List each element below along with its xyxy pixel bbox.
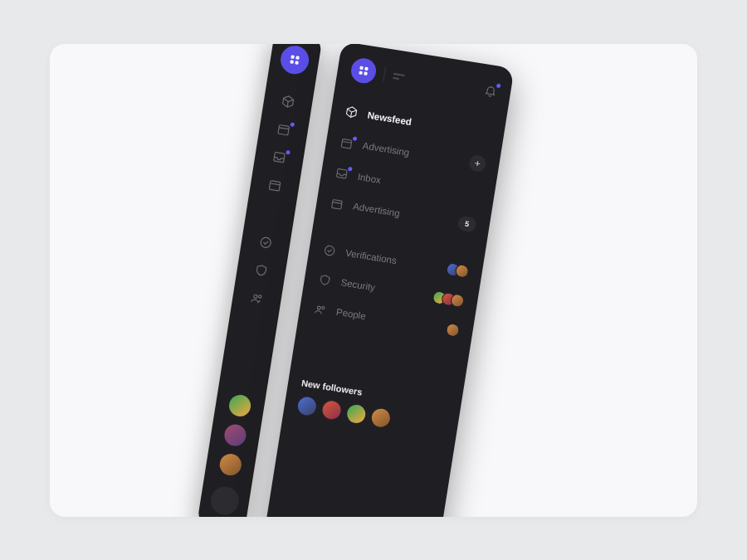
sidebar-item-label: Verifications [344, 248, 397, 266]
check-circle-icon [321, 243, 336, 257]
avatar[interactable] [445, 323, 460, 338]
sidebar-item-label: Security [339, 277, 375, 292]
notification-dot [286, 150, 290, 155]
svg-point-11 [321, 306, 325, 309]
inbox-icon[interactable] [271, 150, 286, 165]
avatar[interactable] [218, 452, 243, 477]
avatar[interactable] [370, 407, 391, 428]
people-icon [312, 302, 327, 316]
avatar-stack [445, 323, 460, 338]
calendar-icon[interactable] [276, 122, 290, 137]
bell-icon[interactable] [483, 83, 498, 98]
grid-icon [359, 66, 369, 75]
panel-topbar [349, 56, 499, 104]
cube-icon[interactable] [281, 94, 295, 109]
check-circle-icon[interactable] [258, 235, 273, 250]
svg-point-3 [260, 237, 271, 249]
shield-icon[interactable] [253, 263, 268, 278]
sidebar-item-label: Advertising [352, 201, 400, 218]
rail-bottom-button[interactable] [208, 485, 241, 516]
svg-rect-6 [340, 139, 351, 149]
avatar-stack [445, 262, 469, 279]
grid-icon [290, 55, 300, 65]
avatar[interactable] [222, 423, 247, 448]
svg-rect-0 [278, 125, 290, 135]
avatar[interactable] [345, 403, 366, 424]
shield-icon [317, 272, 332, 286]
app-logo-button[interactable] [278, 44, 310, 76]
avatar[interactable] [296, 396, 317, 416]
sidebar-item-label: Inbox [357, 171, 382, 184]
calendar-icon [339, 135, 354, 149]
app-logo-button[interactable] [349, 56, 377, 85]
panel-menu: Newsfeed Advertising + Inbox [311, 99, 492, 343]
avatar[interactable] [450, 293, 465, 308]
add-button[interactable]: + [467, 154, 486, 173]
rail-avatar-stack [218, 303, 266, 477]
svg-point-10 [316, 305, 320, 309]
menu-toggle-icon[interactable] [393, 72, 405, 80]
rail-primary-nav [249, 94, 295, 305]
svg-point-9 [324, 245, 334, 256]
notification-dot [352, 136, 357, 141]
people-icon[interactable] [249, 290, 264, 305]
rotated-stage: Newsfeed Advertising + Inbox [194, 44, 514, 517]
sidebar-item-label: Newsfeed [366, 110, 412, 126]
calendar-icon [329, 197, 344, 211]
sidebar-item-label: People [335, 307, 366, 321]
notification-dot [496, 84, 500, 89]
svg-rect-2 [269, 181, 281, 191]
avatar[interactable] [454, 264, 469, 279]
svg-rect-8 [331, 199, 342, 209]
avatar[interactable] [321, 400, 342, 421]
notification-dot [290, 122, 295, 127]
calendar-icon[interactable] [267, 178, 282, 192]
avatar-stack [432, 290, 465, 309]
svg-point-5 [258, 295, 261, 299]
svg-point-4 [253, 295, 257, 299]
sidebar-item-label: Advertising [362, 140, 410, 158]
design-canvas: Newsfeed Advertising + Inbox [50, 44, 697, 517]
cube-icon [344, 105, 359, 119]
notification-dot [348, 167, 353, 172]
vertical-divider [383, 66, 386, 81]
avatar[interactable] [227, 393, 252, 418]
count-badge: 5 [456, 215, 477, 232]
inbox-icon [334, 166, 349, 180]
